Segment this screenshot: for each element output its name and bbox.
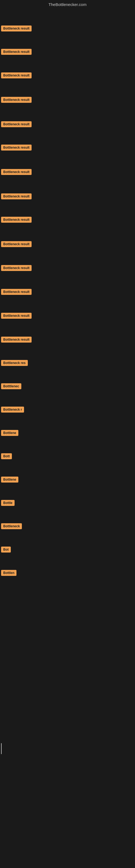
bottleneck-badge[interactable]: Bottleneck result [1,241,32,247]
bottleneck-badge[interactable]: Bot [1,547,11,553]
list-item: Bottlene [1,476,18,484]
list-item: Bottleneck result [1,97,32,104]
bottleneck-badge[interactable]: Bottleneck result [1,193,32,199]
bottleneck-badge[interactable]: Bottleneck result [1,265,32,271]
list-item: Bottleneck r [1,407,24,414]
list-item: Bottlene [1,430,18,437]
bottleneck-badge[interactable]: Bottlene [1,476,18,483]
list-item: Bottleneck result [1,72,32,80]
bottleneck-badge[interactable]: Bottleneck result [1,145,32,151]
list-item: Bottleneck result [1,121,32,128]
bottleneck-badge[interactable]: Bottleneck result [1,217,32,223]
bottleneck-badge[interactable]: Bottleneck result [1,337,32,343]
bottleneck-list: Bottleneck resultBottleneck resultBottle… [0,10,135,607]
list-item: Bottleneck result [1,313,32,320]
site-header: TheBottlenecker.com [0,0,135,10]
bottleneck-badge[interactable]: Bottleneck result [1,49,32,55]
cursor-line [1,743,2,754]
list-item: Bottleneck result [1,241,32,248]
bottleneck-badge[interactable]: Bottleneck result [1,313,32,319]
list-item: Bottleneck result [1,49,32,56]
list-item: Bottleneck result [1,26,32,33]
list-item: Bottleneck result [1,169,32,176]
bottleneck-badge[interactable]: Bottleneck [1,523,22,529]
list-item: Bot [1,547,11,554]
bottleneck-badge[interactable]: Bottleneck result [1,289,32,295]
bottleneck-badge[interactable]: Bott [1,453,12,459]
list-item: Bottlen [1,570,16,577]
bottleneck-badge[interactable]: Bottle [1,500,14,506]
bottleneck-badge[interactable]: Bottleneck result [1,97,32,103]
bottleneck-badge[interactable]: Bottleneck r [1,407,24,412]
list-item: Bottleneck res [1,360,28,367]
bottleneck-badge[interactable]: Bottlene [1,430,18,436]
list-item: Bott [1,453,12,460]
list-item: Botttlenec [1,383,21,390]
bottleneck-badge[interactable]: Botttlenec [1,383,21,389]
bottleneck-badge[interactable]: Bottleneck result [1,26,32,31]
bottleneck-badge[interactable]: Bottleneck res [1,360,28,366]
bottleneck-badge[interactable]: Bottlen [1,570,16,576]
list-item: Bottleneck result [1,265,32,272]
list-item: Bottleneck result [1,193,32,200]
list-item: Bottle [1,500,14,507]
list-item: Bottleneck result [1,145,32,152]
bottleneck-badge[interactable]: Bottleneck result [1,72,32,79]
site-title: TheBottlenecker.com [49,2,87,7]
list-item: Bottleneck [1,523,22,530]
bottleneck-badge[interactable]: Bottleneck result [1,169,32,175]
list-item: Bottleneck result [1,289,32,296]
list-item: Bottleneck result [1,337,32,344]
list-item: Bottleneck result [1,217,32,224]
bottleneck-badge[interactable]: Bottleneck result [1,121,32,127]
